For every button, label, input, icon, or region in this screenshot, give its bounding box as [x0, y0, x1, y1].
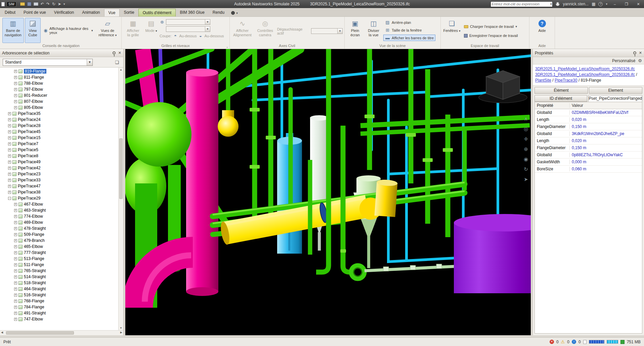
tree-horizontal-scrollbar[interactable]: ◀ ▶: [0, 330, 123, 335]
tree-expander-icon[interactable]: +: [14, 209, 17, 212]
tree-vertical-scrollbar[interactable]: ▲ ▼: [118, 68, 123, 330]
info-icon[interactable]: !: [572, 340, 576, 344]
tree-expander-icon[interactable]: +: [14, 288, 17, 291]
tree-item[interactable]: + 805-Elbow: [0, 104, 118, 111]
pan-icon[interactable]: ✛: [524, 136, 528, 141]
tree-expander-icon[interactable]: +: [14, 100, 17, 103]
property-row[interactable]: BoreSize 0,060 m: [535, 166, 642, 173]
tree-expander-icon[interactable]: +: [14, 245, 17, 248]
properties-tab[interactable]: ID d'élément: [534, 95, 587, 102]
tree-item[interactable]: + 479-Branch: [0, 237, 118, 244]
tree-expander-icon[interactable]: +: [14, 251, 17, 254]
tree-expander-icon[interactable]: +: [14, 88, 17, 91]
tree-expander-icon[interactable]: +: [8, 124, 11, 127]
ribbon-tab[interactable]: Sortie: [120, 9, 138, 16]
show-grid-button[interactable]: ▦ Afficherla grille: [123, 18, 143, 43]
tree-item[interactable]: + 765-Straight: [0, 268, 118, 274]
steering-wheel-icon[interactable]: ◎: [524, 126, 528, 131]
tree-expander-icon[interactable]: +: [8, 112, 11, 115]
windows-button[interactable]: ❏ Fenêtres ▾: [442, 18, 461, 43]
viewcube-button[interactable]: ViewCube: [25, 18, 41, 43]
tree-item[interactable]: + 774-Elbow: [0, 213, 118, 219]
redo-icon[interactable]: ↷: [46, 2, 50, 6]
select-tool-icon[interactable]: ➤: [58, 2, 61, 6]
search-input[interactable]: [491, 2, 550, 6]
user-name[interactable]: yannick.sten...: [563, 2, 589, 6]
help-icon[interactable]: ?: [598, 2, 603, 6]
ribbon-tab[interactable]: Outils d'élément: [138, 9, 176, 16]
ribbon-tab[interactable]: Rendu: [209, 9, 228, 16]
grid-mode-button[interactable]: ▤ Mode ▾: [144, 18, 159, 43]
property-row[interactable]: FlangeDiameter 0,150 m: [535, 144, 642, 152]
properties-tab[interactable]: Élément: [534, 87, 588, 94]
tree-item[interactable]: + PipeTrace28: [0, 123, 118, 129]
tree-expander-icon[interactable]: +: [14, 269, 17, 272]
qat-customize-caret-icon[interactable]: ▾: [63, 3, 65, 6]
full-screen-button[interactable]: ▣ Pleinécran: [346, 18, 364, 43]
tree-item[interactable]: + 511-Flange: [0, 262, 118, 268]
tree-item[interactable]: + 784-Flange: [0, 304, 118, 310]
tree-item[interactable]: + PipeTrace35: [0, 111, 118, 117]
tree-expander-icon[interactable]: +: [14, 300, 17, 303]
navigation-bar-button[interactable]: ▥ Barre denavigation: [2, 18, 24, 43]
tree-item[interactable]: + 811-Flange: [0, 74, 118, 80]
open-icon[interactable]: [20, 2, 25, 6]
warning-icon[interactable]: ⚠: [561, 340, 565, 344]
tree-item[interactable]: + 797-Elbow: [0, 86, 118, 92]
orbit-icon[interactable]: ↻: [524, 167, 528, 172]
scene-view[interactable]: ∧ ◎ ✛ ⊕ ◉ ↻ ➤: [125, 49, 531, 335]
tree-item[interactable]: + 513-Flange: [0, 256, 118, 262]
tree-item[interactable]: + 467-Elbow: [0, 201, 118, 207]
show-title-bars-button[interactable]: ▬ Afficher les barres de titre: [383, 35, 435, 41]
tree-expander-icon[interactable]: +: [8, 148, 11, 152]
tree-expander-icon[interactable]: +: [14, 82, 17, 85]
scrollbar-thumb[interactable]: [119, 138, 123, 199]
tree-expander-icon[interactable]: +: [14, 318, 17, 321]
tree-expander-icon[interactable]: +: [8, 173, 11, 176]
model-link[interactable]: 3DR2025.1_PipeModel_LeicaShowRoom_202503…: [535, 67, 635, 71]
tree-expander-icon[interactable]: +: [8, 167, 11, 170]
scroll-up-icon[interactable]: ▲: [119, 68, 123, 71]
tree-item[interactable]: + 777-Straight: [0, 250, 118, 256]
tree-item[interactable]: + PipeTrace23: [0, 171, 118, 177]
tree-expander-icon[interactable]: +: [8, 191, 11, 194]
tree-expander-icon[interactable]: +: [14, 306, 17, 309]
combo-caret-icon[interactable]: ▼: [205, 19, 210, 25]
tree-item[interactable]: + 801-Reducer: [0, 92, 118, 98]
property-row[interactable]: GlobalId 0ZDMMBSRH4BeKWhFaUZtVf: [535, 109, 642, 116]
tree-item[interactable]: + 807-Elbow: [0, 98, 118, 104]
minimize-button[interactable]: –: [610, 2, 619, 6]
window-size-button[interactable]: ⊞ Taille de la fenêtre: [383, 27, 435, 33]
combo-caret-icon[interactable]: ▼: [337, 29, 342, 34]
tree-expander-icon[interactable]: +: [8, 130, 11, 133]
grid-zoom-icon[interactable]: ⊕: [160, 19, 165, 25]
property-row[interactable]: Length 0,020 m: [535, 137, 642, 144]
tree-expander-icon[interactable]: +: [8, 185, 11, 188]
look-icon[interactable]: ◉: [524, 157, 528, 162]
tree-item[interactable]: + PipeTrace42: [0, 165, 118, 171]
tree-expander-icon[interactable]: +: [14, 221, 17, 224]
viewcube[interactable]: [479, 71, 527, 103]
tree-expander-icon[interactable]: +: [14, 239, 17, 242]
save-workspace-button[interactable]: Enregistrer l'espace de travail: [462, 33, 520, 39]
property-row[interactable]: GasketWidth 0,000 m: [535, 159, 642, 166]
tree-item[interactable]: + PipeTrace38: [0, 189, 118, 195]
background-button[interactable]: ▨ Arrière-plan: [383, 19, 435, 26]
tree-expander-icon[interactable]: -: [8, 197, 11, 200]
tree-item[interactable]: + 514-Straight: [0, 274, 118, 280]
tree-expander-icon[interactable]: +: [14, 203, 17, 206]
tree-expander-icon[interactable]: +: [8, 142, 11, 145]
combo-caret-icon[interactable]: ▼: [87, 59, 92, 66]
tree-expander-icon[interactable]: +: [14, 275, 17, 278]
tree-item[interactable]: + PipeTrace24: [0, 117, 118, 123]
property-row[interactable]: GlobalId 3KdkR1Mnn2bhDJhe6ZP_pe: [535, 130, 642, 137]
application-icon[interactable]: [1, 2, 5, 6]
tree-item[interactable]: + 768-Flange: [0, 298, 118, 304]
tree-item[interactable]: + PipeTrace33: [0, 177, 118, 183]
close-panel-icon[interactable]: ✕: [118, 51, 121, 55]
report-icon[interactable]: [583, 340, 587, 344]
close-button[interactable]: ✕: [634, 2, 643, 6]
dialog-launcher-icon[interactable]: ⌄: [226, 45, 228, 48]
tree-mode-combo[interactable]: Standard ▼: [3, 59, 93, 66]
tree-item[interactable]: + 788-Elbow: [0, 80, 118, 86]
